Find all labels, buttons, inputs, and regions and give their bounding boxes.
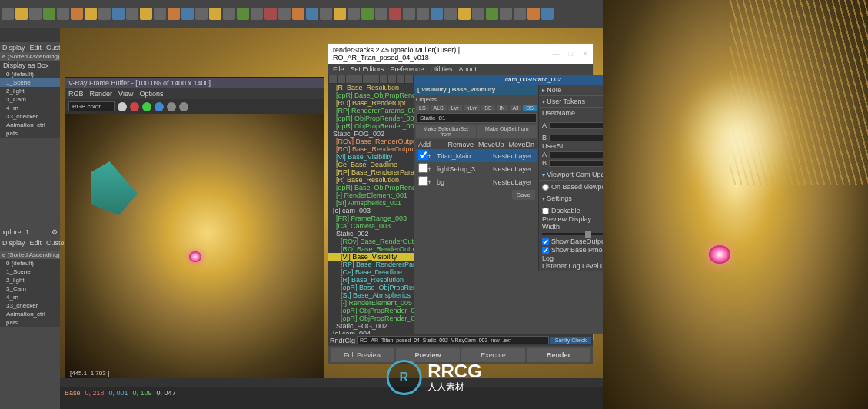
tool-icon[interactable]	[29, 8, 42, 20]
menu-display[interactable]: Display	[2, 44, 25, 52]
rs-tree-item[interactable]: [-] RenderElement_005	[328, 299, 414, 307]
col-movedn[interactable]: MoveDn	[507, 140, 537, 149]
rs-tool-icon[interactable]	[371, 75, 379, 83]
tree-item[interactable]: 4_rn	[0, 293, 60, 301]
rs-tree-item[interactable]: Static_FOG_002	[328, 322, 414, 330]
tool-icon[interactable]	[292, 8, 304, 20]
sanity-check-button[interactable]: Sanity Check	[550, 337, 591, 344]
rs-filter-button[interactable]: ALS	[431, 105, 447, 111]
tool-icon[interactable]	[403, 8, 415, 20]
rs-tree-item[interactable]: Static_002	[328, 230, 414, 238]
col-add[interactable]: Add	[416, 140, 445, 149]
rs-tree-item[interactable]: [RP] Base_RendererParams	[328, 261, 414, 268]
gear-icon[interactable]: ⚙	[52, 228, 58, 236]
vfb-green-toggle[interactable]	[142, 102, 151, 111]
vfb-red-toggle[interactable]	[130, 102, 139, 111]
rs-tree-item[interactable]: [c] cam_004	[328, 330, 414, 334]
rs-filter-button[interactable]: IN	[497, 105, 508, 111]
tree-item[interactable]: 0 (default)	[0, 259, 60, 268]
tool-icon[interactable]	[500, 8, 512, 20]
rs-tree-item[interactable]: [Ce] Base_Deadline	[328, 161, 414, 168]
rs-tree-item[interactable]: [ROv] Base_RenderOutputVRay	[328, 238, 414, 245]
rs-menu-about[interactable]: About	[459, 65, 477, 73]
maximize-icon[interactable]: □	[569, 50, 573, 58]
rs-menu-file[interactable]: File	[333, 65, 344, 73]
timeline[interactable]: Base 0, 218 0, 001 0, 109 0, 047	[60, 378, 603, 409]
menu-edit[interactable]: Edit	[30, 239, 42, 247]
tool-icon[interactable]	[306, 8, 318, 20]
tree-item[interactable]: 0 (default)	[0, 70, 60, 78]
rs-tree-item[interactable]: Static_FOG_002	[328, 130, 414, 138]
vfb-menu-render[interactable]: Render	[90, 90, 113, 98]
rs-tool-icon[interactable]	[380, 75, 387, 83]
tree-item[interactable]: 4_rn	[0, 104, 60, 112]
render-button[interactable]: Render	[527, 348, 590, 362]
tree-item[interactable]: 3_Cam	[0, 284, 60, 293]
col-remove[interactable]: Remove	[445, 140, 476, 149]
rs-menu-seteditors[interactable]: Set Editors	[351, 65, 384, 73]
tree-item[interactable]: Animation_ctrl	[0, 310, 60, 318]
vfb-alpha-toggle[interactable]	[167, 102, 176, 111]
rs-tree-item[interactable]: [R] Base_Resolution	[328, 276, 414, 284]
tree-item[interactable]: 2_light	[0, 276, 60, 284]
col-moveup[interactable]: MoveUp	[476, 140, 507, 149]
rs-tree-item[interactable]: [Ca] Camera_003	[328, 222, 414, 230]
tool-icon[interactable]	[71, 8, 83, 20]
close-icon[interactable]: ✕	[582, 50, 588, 58]
show-basepmod-check[interactable]	[542, 247, 549, 254]
dockable-check[interactable]	[542, 208, 549, 214]
rs-object-dropdown[interactable]: Static_01	[416, 113, 537, 123]
tree-item[interactable]: 33_checker	[0, 112, 60, 121]
tool-icon[interactable]	[472, 8, 484, 20]
vfb-channel-dropdown[interactable]: RGB color	[68, 101, 115, 111]
rs-tree-item[interactable]: [opR] Base_ObjPropRender	[328, 91, 414, 99]
tool-icon[interactable]	[444, 8, 457, 20]
vfb-menu-view[interactable]: View	[118, 90, 133, 98]
output-path-input[interactable]	[357, 336, 549, 344]
rs-tool-icon[interactable]	[388, 75, 396, 83]
viewport-based-radio[interactable]	[542, 184, 549, 191]
tool-icon[interactable]	[486, 8, 498, 20]
tool-icon[interactable]	[361, 8, 374, 20]
tool-icon[interactable]	[43, 8, 55, 20]
tool-icon[interactable]	[375, 8, 387, 20]
tool-icon[interactable]	[140, 8, 152, 20]
rs-tree-item[interactable]: [-] RenderElement_001	[328, 191, 414, 199]
tool-icon[interactable]	[458, 8, 471, 20]
rs-tree-item[interactable]: [R] Base_Resolution	[328, 176, 414, 184]
tree-item[interactable]: 33_checker	[0, 301, 60, 310]
rs-tree-item[interactable]: [RO] Base_RenderOpt	[328, 99, 414, 107]
tool-icon[interactable]	[209, 8, 221, 20]
tool-icon[interactable]	[195, 8, 208, 20]
tool-icon[interactable]	[278, 8, 291, 20]
vfb-menu-rgb[interactable]: RGB	[68, 90, 84, 98]
rs-tool-icon[interactable]	[405, 75, 413, 83]
rs-tree-item[interactable]: [ROv] Base_RenderOutputVRay	[328, 138, 414, 145]
full-preview-button[interactable]: Full Preview	[331, 348, 394, 362]
rs-tool-icon[interactable]	[329, 75, 337, 83]
tool-icon[interactable]	[15, 8, 28, 20]
table-row[interactable]: +Titan_MainNestedLayer	[416, 149, 537, 162]
tool-icon[interactable]	[417, 8, 429, 20]
vfb-menu-options[interactable]: Options	[139, 90, 163, 98]
tool-icon[interactable]	[181, 8, 194, 20]
rs-tree-item[interactable]: [opR] ObjPropRender_005	[328, 122, 414, 130]
tree-item[interactable]: 3_Cam	[0, 95, 60, 104]
tool-icon[interactable]	[126, 8, 138, 20]
tool-icon[interactable]	[264, 8, 277, 20]
rs-tool-icon[interactable]	[397, 75, 404, 83]
rs-filter-button[interactable]: nLvr	[464, 105, 481, 111]
rs-tree-item[interactable]: [Ce] Base_Deadline	[328, 268, 414, 276]
tool-icon[interactable]	[348, 8, 360, 20]
table-row[interactable]: +bgNestedLayer	[416, 175, 537, 188]
tool-icon[interactable]	[2, 8, 14, 20]
rs-tree-item[interactable]: [c] cam_003	[328, 207, 414, 214]
tool-icon[interactable]	[112, 8, 125, 20]
tool-icon[interactable]	[320, 8, 332, 20]
rs-make-selset-button[interactable]: Make SelectionSet from	[416, 125, 476, 138]
rs-tree-item[interactable]: [opR] ObjPropRender_007	[328, 307, 414, 314]
rs-tree-item[interactable]: [opR] ObjPropRender_003	[328, 314, 414, 322]
rs-tree-item[interactable]: [RP] Base_RendererParams	[328, 168, 414, 176]
rs-tree-item[interactable]: [RP] RendererParams_001	[328, 107, 414, 115]
rs-tree-item[interactable]: [FR] FrameRange_003	[328, 214, 414, 222]
